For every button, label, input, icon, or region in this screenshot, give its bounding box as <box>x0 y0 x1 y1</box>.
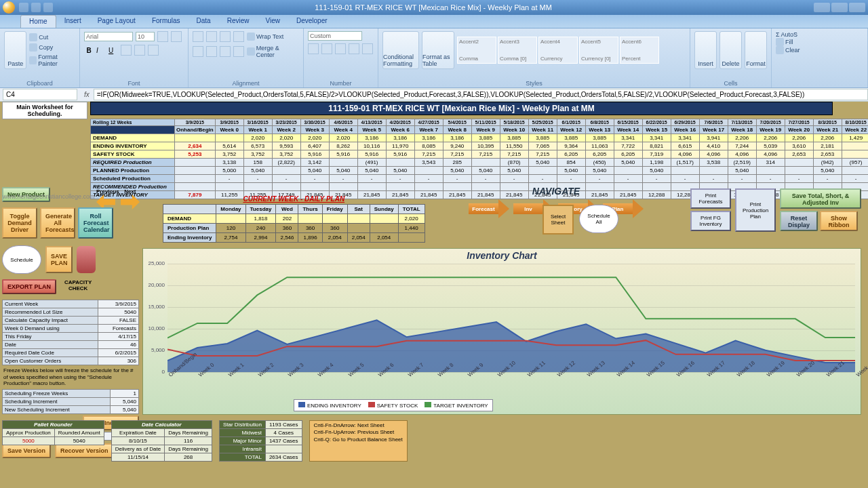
keyboard-tips: Cntl-Fn-DnArrow: Next SheetCntl-Fn-UpArr… <box>309 420 408 462</box>
border-button[interactable] <box>121 45 132 56</box>
close-icon <box>849 3 865 12</box>
format-cells-button[interactable]: Format <box>745 31 767 69</box>
chart-legend: ENDING INVENTORYSAFETY STOCKTARGET INVEN… <box>294 399 493 411</box>
clear-button[interactable]: Clear <box>776 46 863 54</box>
export-plan-button[interactable]: EXPORT PLAN <box>2 279 56 294</box>
tab-formulas[interactable]: Formulas <box>144 15 189 28</box>
inventory-chart: Inventory Chart Inventory(Cases) 05,0001… <box>142 248 861 415</box>
fill-color-button[interactable] <box>134 45 145 56</box>
align-top-icon[interactable] <box>193 31 203 42</box>
number-format-dropdown[interactable] <box>308 31 362 41</box>
formula-bar: C4 fx =IF(OR(Midweek=TRUE,VLOOKUP(Select… <box>0 88 868 102</box>
product-title-cell: 111-159-01 RT-MEX RICE WT [Mexican Rice … <box>90 102 833 115</box>
format-as-table-button[interactable]: Format as Table <box>422 31 454 69</box>
navigate-title: NAVIGATE <box>461 186 651 197</box>
schedule-all-button[interactable]: Schedule All <box>579 205 618 233</box>
select-sheet-button[interactable]: Select Sheet <box>542 205 574 235</box>
cell-style-accent4[interactable]: Accent4Currency <box>538 37 578 64</box>
quick-access-toolbar[interactable] <box>19 3 53 12</box>
insert-cells-button[interactable]: Insert <box>694 31 717 69</box>
watermark: www.heritagechristiancollege.com <box>3 193 95 200</box>
copy-button[interactable]: Copy <box>29 43 75 52</box>
wrap-text-button[interactable]: Wrap Text <box>247 33 283 41</box>
name-box[interactable]: C4 <box>3 89 77 100</box>
window-titlebar: 111-159-01 RT-MEX RICE WT [Mexican Rice … <box>0 0 868 15</box>
font-name-dropdown[interactable] <box>84 32 133 41</box>
window-controls[interactable] <box>814 3 865 12</box>
autosum-button[interactable]: Σ AutoS <box>776 31 863 38</box>
show-ribbon-button[interactable]: Show Ribbon <box>820 211 858 231</box>
save-plan-button[interactable]: SAVE PLAN <box>45 246 73 273</box>
tab-view[interactable]: View <box>257 15 288 28</box>
cell-style-accent2[interactable]: Accent2Comma <box>457 37 496 64</box>
next-product-button[interactable] <box>121 195 140 209</box>
font-size-dropdown[interactable] <box>136 32 155 41</box>
pallet-rounder-table: Pallet Rounder Approx ProductionRounded … <box>2 420 104 445</box>
format-painter-button[interactable]: Format Painter <box>29 54 75 67</box>
freeze-help-text: Freeze Weeks below will freeze the sched… <box>2 365 139 389</box>
cell-style-accent3[interactable]: Accent3Comma [0] <box>498 37 537 64</box>
maximize-icon <box>831 3 848 12</box>
tab-developer[interactable]: Developer <box>288 15 336 28</box>
conditional-formatting-button[interactable]: Conditional Formatting <box>382 31 419 69</box>
fx-icon[interactable]: fx <box>80 91 94 98</box>
info-table: Current Week3/9/2015Recommended Lot Size… <box>2 300 139 365</box>
bold-button[interactable]: B <box>84 47 94 54</box>
roll-forecast-calendar-button[interactable]: Roll Forecast Calendar <box>78 207 113 239</box>
tab-page-layout[interactable]: Page Layout <box>90 15 144 28</box>
minimize-icon <box>814 3 830 12</box>
generate-all-forecasts-button[interactable]: Generate All Forecasts <box>40 207 75 239</box>
reset-display-button[interactable]: Reset Display <box>780 211 818 231</box>
capacity-check-label: CAPACITY CHECK <box>64 279 92 294</box>
copy-icon <box>29 43 37 52</box>
inventory-icon <box>77 246 96 273</box>
underline-button[interactable]: U <box>108 47 118 54</box>
cell-style-accent6[interactable]: Accent6Percent <box>620 37 659 64</box>
daily-plan-title: CURRENT WEEK - DAILY PLAN <box>163 195 425 203</box>
italic-button[interactable]: I <box>96 47 106 54</box>
brush-icon <box>29 56 37 64</box>
delete-cells-button[interactable]: Delete <box>719 31 742 69</box>
scissors-icon <box>29 33 37 41</box>
tab-data[interactable]: Data <box>189 15 219 28</box>
tab-insert[interactable]: Insert <box>56 15 90 28</box>
fill-button[interactable]: Fill <box>776 38 863 46</box>
tab-review[interactable]: Review <box>219 15 258 28</box>
print-production-plan-button[interactable]: Print Production Plan <box>735 188 776 232</box>
print-forecasts-button[interactable]: Print Forecasts <box>690 188 731 209</box>
font-color-button[interactable] <box>148 45 159 56</box>
grow-font-icon[interactable] <box>157 31 168 42</box>
window-title: 111-159-01 RT-MEX RICE WT [Mexican Rice … <box>53 3 814 12</box>
ribbon: Paste Cut Copy Format Painter Clipboard … <box>0 28 868 88</box>
shrink-font-icon[interactable] <box>171 31 182 42</box>
cut-button[interactable]: Cut <box>29 33 75 41</box>
main-worksheet-note: Main Worksheet for Scheduling. <box>2 102 87 119</box>
toggle-demand-driver-button[interactable]: Toggle Demand Driver <box>2 207 37 239</box>
daily-plan-table[interactable]: MondayTuesdayWedThursFridaySatSundayTOTA… <box>163 204 425 243</box>
schedule-button[interactable]: Schedule <box>2 245 41 274</box>
formula-input[interactable]: =IF(OR(Midweek=TRUE,VLOOKUP(Selected_Pro… <box>94 89 868 100</box>
freeze-table: Scheduling Freeze Weeks1Scheduling Incre… <box>2 389 139 414</box>
nav-forecast-button[interactable]: Forecast <box>469 199 509 218</box>
merge-center-button[interactable]: Merge & Center <box>247 45 299 58</box>
chart-title: Inventory Chart <box>143 249 861 262</box>
paste-button[interactable]: Paste <box>4 31 26 69</box>
print-fg-inventory-button[interactable]: Print FG Inventory <box>690 211 731 231</box>
distribution-table: Star Distribution1193 CasesMidwest4 Case… <box>219 420 302 462</box>
date-calculator-table: Date Calculator Expiration DateDays Rema… <box>111 420 212 462</box>
cell-style-accent5[interactable]: Accent5Currency [0] <box>579 37 618 64</box>
ribbon-tabs: HomeInsertPage LayoutFormulasDataReviewV… <box>0 15 868 28</box>
tab-home[interactable]: Home <box>20 15 56 28</box>
save-total-button[interactable]: Save Total, Short, & Adjusted Inv <box>780 188 861 209</box>
office-button[interactable] <box>3 1 15 14</box>
